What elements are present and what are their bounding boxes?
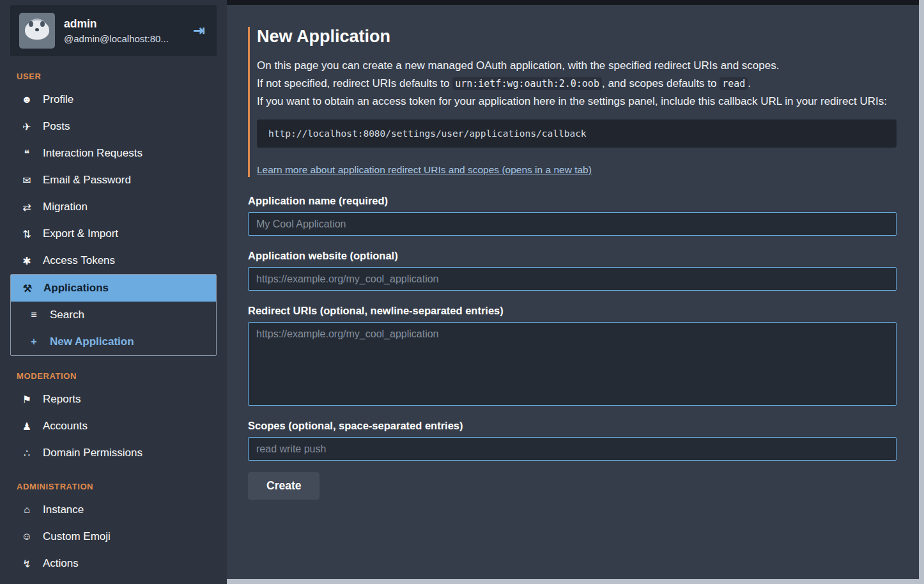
plus-icon: +: [27, 336, 40, 348]
vertical-scrollbar[interactable]: [919, 0, 924, 584]
intro-line-3: If you want to obtain an access token fo…: [257, 94, 897, 109]
intro-line-2-post: .: [748, 77, 751, 89]
sidebar-item-label: Custom Emoji: [43, 530, 111, 543]
share-nodes-icon: ∴: [20, 447, 33, 459]
sidebar-item-access-tokens[interactable]: ✱ Access Tokens: [10, 247, 217, 274]
new-application-form: Application name (required) Application …: [248, 195, 897, 500]
sidebar-item-export-import[interactable]: ⇅ Export & Import: [10, 220, 217, 247]
avatar: [19, 13, 55, 49]
applications-group: ⚒ Applications ≡ Search + New Applicatio…: [10, 274, 217, 356]
application-website-input[interactable]: [248, 267, 897, 291]
sidebar-item-applications-search[interactable]: ≡ Search: [11, 302, 216, 328]
paper-plane-icon: ✈: [20, 121, 33, 133]
scopes-label: Scopes (optional, space-separated entrie…: [248, 420, 897, 432]
sidebar-item-label: Interaction Requests: [43, 147, 142, 160]
avatar-eye: [29, 21, 33, 27]
intro-text: On this page you can create a new manage…: [257, 58, 897, 109]
create-button[interactable]: Create: [248, 472, 320, 500]
wrench-icon: ⚒: [21, 282, 34, 295]
sidebar-item-migration[interactable]: ⇄ Migration: [10, 194, 217, 220]
sidebar-item-accounts[interactable]: ♟ Accounts: [10, 413, 217, 440]
user-name: admin: [64, 17, 182, 31]
sidebar-item-reports[interactable]: ⚑ Reports: [10, 386, 217, 413]
sidebar-item-label: Accounts: [43, 420, 88, 433]
users-icon: ♟: [20, 420, 33, 433]
section-label-moderation: MODERATION: [17, 371, 217, 381]
oob-code: urn:ietf:wg:oauth:2.0:oob: [452, 77, 602, 90]
sidebar-item-interaction-requests[interactable]: ❝ Interaction Requests: [10, 140, 217, 167]
section-label-user: USER: [17, 72, 217, 81]
flag-icon: ⚑: [20, 394, 33, 406]
horizontal-scrollbar[interactable]: [227, 579, 924, 584]
smiley-icon: ☺: [20, 531, 33, 542]
sidebar-item-label: New Application: [50, 335, 134, 348]
sidebar-item-new-application[interactable]: + New Application: [11, 328, 216, 355]
main-panel: New Application On this page you can cre…: [227, 5, 919, 579]
application-name-label: Application name (required): [248, 195, 897, 207]
sidebar-nav: USER ☻ Profile ✈ Posts ❝ Interaction Req…: [0, 72, 227, 577]
sitemap-icon: ⌂: [20, 504, 33, 516]
sidebar-item-label: Email & Password: [43, 174, 131, 187]
certificate-icon: ✱: [20, 255, 33, 267]
scopes-input[interactable]: [248, 437, 897, 461]
learn-more-link[interactable]: Learn more about application redirect UR…: [257, 164, 592, 176]
section-label-administration: ADMINISTRATION: [17, 482, 217, 491]
avatar-eye: [40, 21, 45, 27]
avatar-nose: [35, 28, 39, 31]
sidebar-item-actions[interactable]: ↯ Actions: [10, 550, 217, 577]
sidebar-item-label: Search: [50, 309, 84, 321]
redirect-uris-label: Redirect URIs (optional, newline-separat…: [248, 305, 897, 317]
exchange-arrows-icon: ⇄: [20, 201, 33, 213]
sidebar-item-applications[interactable]: ⚒ Applications: [11, 275, 216, 302]
envelope-icon: ✉: [20, 174, 33, 187]
sidebar-item-label: Domain Permissions: [43, 447, 142, 459]
comment-icon: ❝: [20, 148, 33, 160]
intro-line-2-mid: , and scopes defaults to: [602, 77, 720, 89]
read-code: read: [720, 77, 748, 90]
intro-line-2-pre: If not specified, redirect URIs defaults…: [257, 77, 452, 89]
sidebar-item-label: Reports: [43, 393, 81, 406]
sidebar-item-domain-permissions[interactable]: ∴ Domain Permissions: [10, 440, 217, 466]
sidebar-item-label: Posts: [43, 120, 70, 133]
sidebar-item-email-password[interactable]: ✉ Email & Password: [10, 167, 217, 194]
intro-line-1: On this page you can create a new manage…: [257, 58, 897, 73]
logout-icon[interactable]: ⇥: [191, 20, 208, 42]
sidebar-item-label: Export & Import: [43, 227, 118, 240]
page-header: New Application On this page you can cre…: [248, 27, 897, 177]
sidebar-item-instance[interactable]: ⌂ Instance: [10, 496, 217, 523]
list-icon: ≡: [27, 309, 40, 321]
sidebar-item-custom-emoji[interactable]: ☺ Custom Emoji: [10, 523, 217, 550]
sidebar: admin @admin@localhost:80... ⇥ USER ☻ Pr…: [0, 0, 227, 584]
file-export-icon: ⇅: [20, 228, 33, 240]
application-website-label: Application website (optional): [248, 250, 897, 262]
sidebar-item-label: Instance: [43, 503, 84, 516]
user-icon: ☻: [20, 94, 33, 105]
intro-line-2: If not specified, redirect URIs defaults…: [257, 76, 897, 91]
sidebar-item-label: Actions: [43, 557, 79, 570]
sidebar-item-label: Profile: [43, 93, 73, 106]
sidebar-item-label: Applications: [43, 282, 109, 295]
page-title: New Application: [257, 27, 897, 47]
sidebar-item-posts[interactable]: ✈ Posts: [10, 113, 217, 140]
user-card[interactable]: admin @admin@localhost:80... ⇥: [10, 5, 217, 56]
sidebar-item-profile[interactable]: ☻ Profile: [10, 86, 217, 113]
callback-url-code-block[interactable]: http://localhost:8080/settings/user/appl…: [257, 119, 897, 148]
redirect-uris-textarea[interactable]: [248, 322, 897, 406]
user-meta: admin @admin@localhost:80...: [64, 17, 182, 44]
bolt-icon: ↯: [20, 558, 33, 570]
sidebar-item-label: Migration: [43, 201, 88, 213]
sidebar-item-label: Access Tokens: [43, 254, 115, 267]
application-name-input[interactable]: [248, 212, 897, 236]
user-handle: @admin@localhost:80...: [64, 33, 182, 44]
